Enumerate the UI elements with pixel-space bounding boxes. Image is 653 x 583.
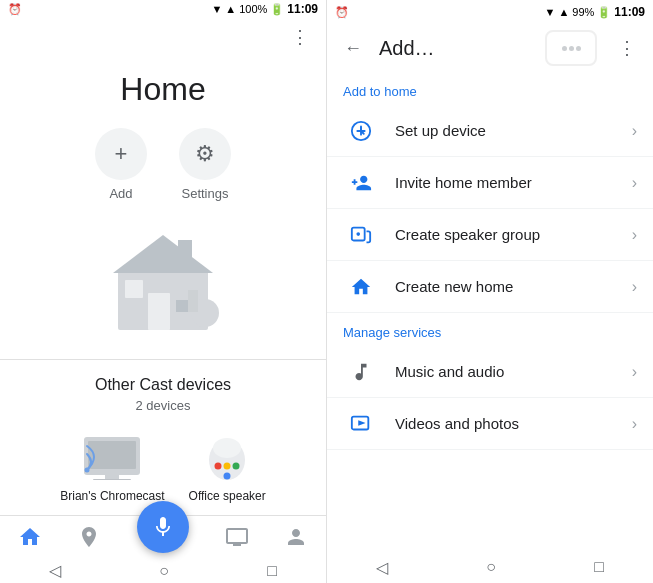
svg-rect-9 [88,441,136,469]
battery-icon: 🔋 [270,3,284,16]
svg-rect-4 [125,280,143,298]
svg-point-12 [85,468,90,473]
chevron-music: › [632,363,637,381]
menu-item-music[interactable]: Music and audio › [327,346,653,398]
right-toolbar-title: Add… [379,37,537,60]
settings-button[interactable]: ⚙ Settings [179,128,231,201]
svg-point-14 [213,438,241,458]
add-icon-circle: + [95,128,147,180]
nav-explore[interactable] [77,525,101,549]
svg-rect-6 [176,300,188,312]
svg-point-16 [224,463,231,470]
nav-profile[interactable] [284,525,308,549]
back-sys-btn-left[interactable]: ◁ [49,561,61,580]
chevron-setup-device: › [632,122,637,140]
office-speaker-device[interactable]: Office speaker [189,433,266,503]
music-icon [343,354,379,390]
menu-item-invite-member[interactable]: Invite home member › [327,157,653,209]
new-home-icon [343,269,379,305]
setup-device-label: Set up device [395,122,632,139]
status-bar-right: ⏰ ▼ ▲ 99% 🔋 11:09 [327,0,653,24]
wifi-icon-right: ▼ [544,6,555,18]
svg-point-21 [356,232,360,236]
chevron-invite-member: › [632,174,637,192]
more-menu-button-left[interactable]: ⋮ [282,19,318,55]
svg-marker-23 [358,420,365,426]
status-icons-left: ⏰ [8,3,22,16]
nav-media[interactable] [225,525,249,549]
home-title: Home [120,71,205,108]
add-button[interactable]: + Add [95,128,147,201]
videos-icon [343,406,379,442]
menu-scroll-area: Add to home Set up device › Invite home … [327,72,653,551]
devices-section: Other Cast devices 2 devices [79,360,247,421]
alarm-icon: ⏰ [8,3,22,16]
devices-count: 2 devices [95,398,231,413]
time-left: 11:09 [287,2,318,16]
right-panel: ⏰ ▼ ▲ 99% 🔋 11:09 ← Add… ⋮ Add to home S… [327,0,653,583]
battery-text-left: 100% [239,3,267,15]
signal-icon: ▲ [225,3,236,15]
videos-label: Videos and photos [395,415,632,432]
chevron-videos: › [632,415,637,433]
home-widget [545,30,597,66]
mic-fab-button[interactable] [137,501,189,553]
nav-home[interactable] [18,525,42,549]
svg-rect-2 [178,240,192,262]
speaker-group-label: Create speaker group [395,226,632,243]
house-illustration [93,225,233,335]
alarm-icon-right: ⏰ [335,6,349,19]
menu-item-speaker-group[interactable]: Create speaker group › [327,209,653,261]
home-sys-btn-right[interactable]: ○ [486,558,496,576]
right-toolbar: ← Add… ⋮ [327,24,653,72]
signal-icon-right: ▲ [558,6,569,18]
svg-point-17 [233,463,240,470]
time-right: 11:09 [614,5,645,19]
status-icons-right-left: ⏰ [335,6,349,19]
bottom-nav [0,515,326,558]
setup-device-icon [343,113,379,149]
menu-item-new-home[interactable]: Create new home › [327,261,653,313]
status-bar-left: ⏰ ▼ ▲ 100% 🔋 11:09 [0,0,326,18]
system-nav-left: ◁ ○ □ [0,558,326,583]
back-sys-btn-right[interactable]: ◁ [376,558,388,577]
home-sys-btn-left[interactable]: ○ [159,562,169,580]
recents-sys-btn-right[interactable]: □ [594,558,604,576]
settings-icon-circle: ⚙ [179,128,231,180]
section-header-add-to-home: Add to home [327,72,653,105]
svg-marker-1 [113,235,213,273]
chromecast-icon-box [78,433,146,483]
settings-label: Settings [182,186,229,201]
menu-item-setup-device[interactable]: Set up device › [327,105,653,157]
new-home-label: Create new home [395,278,632,295]
battery-icon-right: 🔋 [597,6,611,19]
status-right-icons-right: ▼ ▲ 99% 🔋 11:09 [544,5,645,19]
menu-item-videos[interactable]: Videos and photos › [327,398,653,450]
svg-rect-10 [105,475,119,479]
speaker-icon-box [193,433,261,483]
music-label: Music and audio [395,363,632,380]
left-toolbar: ⋮ [0,18,326,55]
chevron-speaker-group: › [632,226,637,244]
chromecast-label: Brian's Chromecast [60,489,164,503]
devices-title: Other Cast devices [95,376,231,394]
chevron-new-home: › [632,278,637,296]
section-header-manage-services: Manage services [327,313,653,346]
left-panel: ⏰ ▼ ▲ 100% 🔋 11:09 ⋮ Home + Add ⚙ Settin… [0,0,327,583]
svg-point-18 [224,473,231,480]
back-button-right[interactable]: ← [335,30,371,66]
speaker-label: Office speaker [189,489,266,503]
system-nav-right: ◁ ○ □ [327,551,653,583]
battery-text-right: 99% [572,6,594,18]
svg-rect-11 [93,479,131,480]
left-main-content: Home + Add ⚙ Settings [0,55,326,515]
more-menu-button-right[interactable]: ⋮ [609,30,645,66]
svg-rect-3 [148,293,170,330]
invite-member-icon [343,165,379,201]
chromecast-device[interactable]: Brian's Chromecast [60,433,164,503]
add-label: Add [109,186,132,201]
status-right-icons: ▼ ▲ 100% 🔋 11:09 [211,2,318,16]
speaker-group-icon [343,217,379,253]
wifi-icon: ▼ [211,3,222,15]
recents-sys-btn-left[interactable]: □ [267,562,277,580]
